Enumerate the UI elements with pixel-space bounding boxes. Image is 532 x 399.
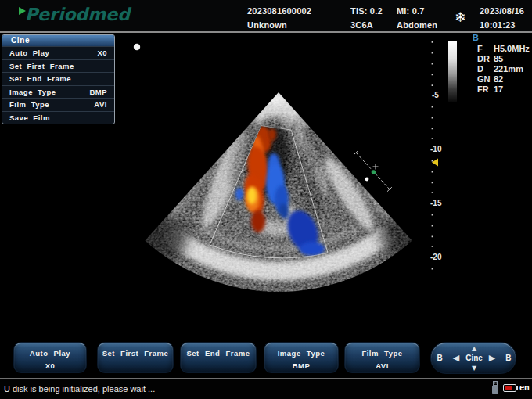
caliper-point-active bbox=[372, 170, 376, 174]
time: 10:01:23 bbox=[480, 20, 516, 30]
logo-text: Periodmed bbox=[25, 5, 130, 24]
freeze-icon: ❄ bbox=[455, 9, 466, 25]
menu-item-label: Auto Play bbox=[9, 49, 49, 57]
menu-item-save-film[interactable]: Save Film bbox=[2, 111, 114, 124]
screen: Periodmed 2023081600002 Unknown TIS: 0.2… bbox=[0, 0, 532, 399]
exam-preset: Abdomen bbox=[397, 20, 437, 30]
patient-name: Unknown bbox=[247, 20, 287, 30]
down-arrow-icon[interactable]: ▼ bbox=[431, 365, 517, 372]
toolbar-auto-play-button[interactable]: Auto Play X0 bbox=[13, 342, 87, 373]
toolbar-set-first-frame-button[interactable]: Set First Frame bbox=[97, 342, 174, 373]
menu-item-value: BMP bbox=[89, 88, 107, 96]
focus-marker-icon bbox=[432, 159, 438, 167]
depth-label-10: -10 bbox=[430, 145, 441, 153]
probe-model: 3C6A bbox=[350, 20, 373, 30]
cine-label: Cine bbox=[466, 354, 483, 362]
menu-item-image-type[interactable]: Image Type BMP bbox=[2, 85, 114, 99]
toolbar-image-type-button[interactable]: Image Type BMP bbox=[264, 342, 339, 373]
menu-item-film-type[interactable]: Film Type AVI bbox=[2, 98, 114, 111]
top-bar: Periodmed 2023081600002 Unknown TIS: 0.2… bbox=[0, 0, 532, 33]
menu-item-label: Image Type bbox=[9, 88, 56, 96]
param-dynamic-range: DR85 bbox=[477, 54, 503, 63]
cine-context-menu: Cine Auto Play X0 Set First Frame Set En… bbox=[2, 34, 115, 124]
patient-id: 2023081600002 bbox=[247, 6, 311, 16]
mode-b-right[interactable]: B bbox=[505, 354, 511, 362]
menu-item-value: X0 bbox=[97, 49, 107, 57]
battery-icon bbox=[503, 384, 516, 392]
status-message: U disk is being initialized, please wait… bbox=[4, 384, 155, 394]
depth-label-5: -5 bbox=[432, 91, 439, 99]
menu-item-label: Film Type bbox=[9, 100, 49, 109]
mode-b-left[interactable]: B bbox=[437, 354, 442, 362]
param-depth: D221mm bbox=[477, 64, 523, 74]
right-arrow-icon[interactable]: ▶ bbox=[489, 353, 495, 363]
mi-value: MI: 0.7 bbox=[397, 6, 425, 16]
mode-label: B bbox=[473, 33, 479, 42]
tis-value: TIS: 0.2 bbox=[350, 6, 383, 16]
menu-item-set-end-frame[interactable]: Set End Frame bbox=[2, 72, 114, 85]
status-bar: U disk is being initialized, please wait… bbox=[0, 378, 532, 399]
toolbar-set-end-frame-button[interactable]: Set End Frame bbox=[180, 342, 257, 373]
depth-label-20: -20 bbox=[430, 253, 441, 261]
menu-item-auto-play[interactable]: Auto Play X0 bbox=[2, 46, 114, 59]
menu-title: Cine bbox=[2, 35, 114, 46]
grayscale-bar bbox=[448, 41, 457, 102]
menu-item-label: Save Film bbox=[9, 113, 50, 122]
param-frame-rate: FR17 bbox=[477, 84, 503, 94]
cursor-dot bbox=[134, 44, 140, 50]
mode-cine-control[interactable]: ▲ B ◀ Cine ▶ B ▼ bbox=[430, 342, 516, 374]
usb-icon bbox=[491, 381, 500, 394]
toolbar-film-type-button[interactable]: Film Type AVI bbox=[344, 342, 420, 373]
left-arrow-icon[interactable]: ◀ bbox=[453, 353, 459, 363]
menu-item-label: Set End Frame bbox=[9, 74, 71, 83]
up-arrow-icon[interactable]: ▲ bbox=[431, 346, 517, 352]
date: 2023/08/16 bbox=[480, 6, 524, 16]
param-gain: GN82 bbox=[477, 74, 503, 84]
menu-item-set-first-frame[interactable]: Set First Frame bbox=[2, 59, 114, 73]
depth-label-15: -15 bbox=[430, 199, 441, 207]
caliper-point bbox=[365, 178, 369, 182]
param-frequency: FH5.0MHz bbox=[477, 44, 530, 53]
menu-item-value: AVI bbox=[94, 100, 107, 109]
menu-item-label: Set First Frame bbox=[9, 62, 74, 70]
language-indicator[interactable]: en bbox=[519, 383, 530, 392]
